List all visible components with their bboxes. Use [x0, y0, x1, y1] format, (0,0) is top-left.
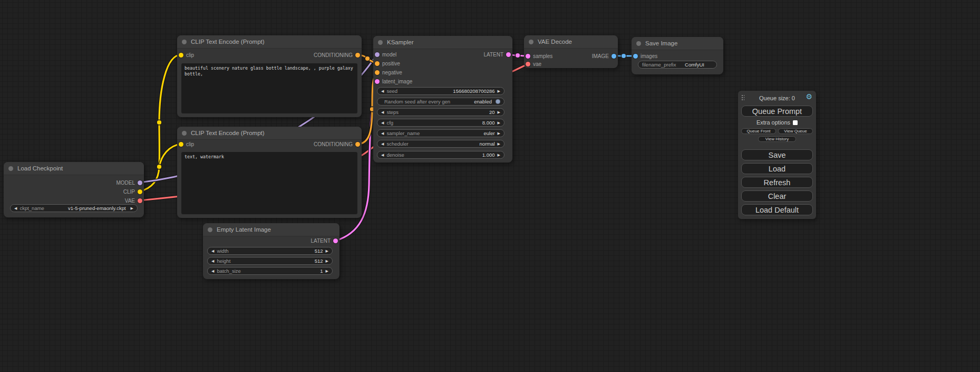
right-arrow-icon[interactable]: ▶	[498, 153, 500, 157]
slot-dot-image[interactable]	[633, 54, 638, 59]
widget-denoise[interactable]: ◀ denoise 1.000 ▶	[377, 151, 504, 159]
prompt-textarea[interactable]: text, watermark	[181, 152, 357, 214]
left-arrow-icon[interactable]: ◀	[14, 206, 17, 210]
left-arrow-icon[interactable]: ◀	[381, 110, 384, 114]
node-clip-text-encode-negative[interactable]: CLIP Text Encode (Prompt) clip CONDITION…	[177, 127, 362, 218]
collapse-dot-icon[interactable]	[529, 40, 533, 44]
node-title: KSampler	[387, 39, 414, 45]
widget-steps[interactable]: ◀ steps 20 ▶	[377, 108, 504, 116]
load-default-button[interactable]: Load Default	[741, 204, 813, 215]
slot-dot-clip[interactable]	[138, 189, 142, 194]
widget-height[interactable]: ◀ height 512 ▶	[207, 257, 333, 265]
left-arrow-icon[interactable]: ◀	[381, 142, 384, 146]
queue-panel[interactable]: Queue size: 0 ⚙ Queue Prompt Extra optio…	[738, 91, 816, 219]
right-arrow-icon[interactable]: ▶	[326, 249, 328, 253]
node-title-bar[interactable]: Save Image	[632, 37, 723, 50]
collapse-dot-icon[interactable]	[182, 131, 187, 136]
right-arrow-icon[interactable]: ▶	[498, 89, 500, 93]
slot-dot-latent[interactable]	[506, 52, 511, 57]
slot-dot-image[interactable]	[612, 54, 616, 59]
node-save-image[interactable]: Save Image images filename_prefix ComfyU…	[632, 37, 723, 74]
slot-dot-latent[interactable]	[526, 54, 530, 59]
node-title-bar[interactable]: VAE Decode	[524, 35, 618, 49]
clear-button[interactable]: Clear	[741, 190, 813, 202]
left-arrow-icon[interactable]: ◀	[381, 89, 384, 93]
slot-dot-latent[interactable]	[333, 239, 338, 243]
left-arrow-icon[interactable]: ◀	[211, 259, 214, 263]
output-slot-latent: LATENT	[311, 237, 338, 244]
collapse-dot-icon[interactable]	[8, 166, 13, 171]
load-button[interactable]: Load	[741, 163, 813, 174]
right-arrow-icon[interactable]: ▶	[498, 131, 500, 135]
widget-ckpt-name[interactable]: ◀ ckpt_name v1-5-pruned-emaonly.ckpt ▶	[10, 204, 138, 212]
output-slot-clip: CLIP	[123, 188, 142, 195]
wire-dot[interactable]	[157, 164, 162, 169]
right-arrow-icon[interactable]: ▶	[498, 142, 500, 146]
node-load-checkpoint[interactable]: Load Checkpoint MODEL CLIP VAE ◀ ckpt_na…	[4, 162, 144, 217]
refresh-button[interactable]: Refresh	[741, 177, 813, 188]
node-title-bar[interactable]: CLIP Text Encode (Prompt)	[177, 35, 362, 49]
right-arrow-icon[interactable]: ▶	[326, 269, 328, 273]
node-empty-latent-image[interactable]: Empty Latent Image LATENT ◀ width 512 ▶ …	[203, 223, 339, 279]
input-slot-model: model	[375, 51, 396, 58]
node-ksampler[interactable]: KSampler model positive negative latent_…	[373, 36, 512, 163]
right-arrow-icon[interactable]: ▶	[498, 110, 500, 114]
left-arrow-icon[interactable]: ◀	[211, 269, 214, 273]
view-queue-button[interactable]: View Queue	[778, 128, 813, 134]
prompt-textarea[interactable]: beautiful scenery nature glass bottle la…	[181, 63, 357, 113]
slot-dot-conditioning[interactable]	[355, 53, 360, 58]
collapse-dot-icon[interactable]	[208, 227, 212, 232]
widget-random-seed-toggle[interactable]: Random seed after every gen enabled	[377, 98, 504, 106]
wire-dot[interactable]	[157, 120, 162, 125]
widget-scheduler[interactable]: ◀ scheduler normal ▶	[377, 140, 504, 148]
queue-prompt-button[interactable]: Queue Prompt	[741, 106, 813, 117]
gear-icon[interactable]: ⚙	[806, 93, 812, 100]
slot-dot-model[interactable]	[375, 52, 380, 57]
right-arrow-icon[interactable]: ▶	[498, 121, 500, 125]
collapse-dot-icon[interactable]	[182, 40, 187, 44]
left-arrow-icon[interactable]: ◀	[381, 131, 384, 135]
widget-width[interactable]: ◀ width 512 ▶	[207, 247, 333, 255]
slot-dot-clip[interactable]	[179, 53, 183, 58]
slot-dot-model[interactable]	[138, 180, 142, 185]
left-arrow-icon[interactable]: ◀	[381, 153, 384, 157]
slot-dot-conditioning[interactable]	[375, 70, 380, 75]
right-arrow-icon[interactable]: ▶	[326, 259, 328, 263]
queue-size-label: Queue size: 0	[738, 95, 816, 101]
extra-options-checkbox[interactable]	[793, 120, 798, 125]
node-title: CLIP Text Encode (Prompt)	[191, 39, 265, 45]
input-slot-samples: samples	[526, 52, 552, 60]
drag-handle-icon[interactable]	[741, 94, 744, 101]
slot-dot-conditioning[interactable]	[355, 142, 360, 147]
widget-sampler-name[interactable]: ◀ sampler_name euler ▶	[377, 129, 504, 137]
left-arrow-icon[interactable]: ◀	[381, 121, 384, 125]
view-history-button[interactable]: View History	[758, 136, 796, 142]
node-clip-text-encode-positive[interactable]: CLIP Text Encode (Prompt) clip CONDITION…	[177, 35, 362, 117]
node-graph-canvas[interactable]: Load Checkpoint MODEL CLIP VAE ◀ ckpt_na…	[0, 0, 980, 372]
collapse-dot-icon[interactable]	[636, 41, 641, 46]
output-slot-image: IMAGE	[592, 52, 616, 60]
toggle-knob[interactable]	[496, 99, 500, 104]
collapse-dot-icon[interactable]	[378, 40, 383, 45]
node-title-bar[interactable]: CLIP Text Encode (Prompt)	[177, 127, 362, 140]
widget-filename-prefix[interactable]: filename_prefix ComfyUI	[638, 61, 717, 69]
wire-dot[interactable]	[515, 53, 520, 58]
slot-dot-clip[interactable]	[179, 142, 183, 147]
left-arrow-icon[interactable]: ◀	[211, 249, 214, 253]
widget-seed[interactable]: ◀ seed 156680208700286 ▶	[377, 87, 504, 95]
slot-dot-conditioning[interactable]	[375, 61, 380, 66]
node-title-bar[interactable]: KSampler	[373, 36, 512, 49]
wire-dot[interactable]	[365, 56, 370, 61]
node-vae-decode[interactable]: VAE Decode samples vae IMAGE	[524, 35, 618, 68]
node-title-bar[interactable]: Empty Latent Image	[203, 223, 339, 236]
node-title-bar[interactable]: Load Checkpoint	[4, 162, 144, 175]
widget-batch-size[interactable]: ◀ batch_size 1 ▶	[207, 267, 333, 275]
slot-dot-vae[interactable]	[138, 198, 142, 203]
widget-cfg[interactable]: ◀ cfg 8.000 ▶	[377, 119, 504, 127]
slot-dot-vae[interactable]	[526, 62, 530, 66]
wire-dot[interactable]	[621, 53, 626, 59]
save-button[interactable]: Save	[741, 149, 813, 160]
slot-dot-latent[interactable]	[375, 79, 380, 84]
queue-front-button[interactable]: Queue Front	[741, 128, 776, 134]
right-arrow-icon[interactable]: ▶	[131, 206, 133, 210]
